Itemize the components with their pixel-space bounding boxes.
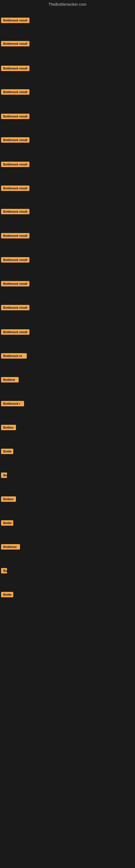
site-title: TheBottlenecker.com — [0, 0, 135, 8]
list-item: Bottleneck result — [1, 257, 30, 264]
bottleneck-badge[interactable]: Bottle — [1, 592, 13, 597]
list-item: Bottlene — [1, 377, 18, 383]
bottleneck-badge[interactable]: Bo — [1, 568, 7, 574]
list-item: Bottlenec — [1, 544, 20, 551]
list-item: Bottleneck result — [1, 305, 30, 311]
bottleneck-badge[interactable]: Bottleneck result — [1, 257, 30, 262]
bottleneck-badge[interactable]: Bo — [1, 472, 7, 478]
bottleneck-badge[interactable]: Bottlene — [1, 377, 18, 382]
bottleneck-badge[interactable]: Bottlen — [1, 425, 16, 430]
list-item: Bottleneck r — [1, 401, 24, 407]
list-item: Bottleneck re — [1, 353, 27, 360]
list-item: Bottleneck result — [1, 233, 30, 240]
list-item: Bottleneck result — [1, 137, 30, 144]
list-item: Bottle — [1, 448, 13, 455]
bottleneck-badge[interactable]: Bottleneck result — [1, 41, 30, 46]
list-item: Bottleneck result — [1, 18, 30, 24]
bottleneck-badge[interactable]: Bottleneck result — [1, 186, 30, 191]
bottleneck-badge[interactable]: Bottleneck result — [1, 162, 30, 167]
bottleneck-badge[interactable]: Bottlen — [1, 496, 16, 502]
list-item: Bottleneck result — [1, 329, 30, 336]
bottleneck-badge[interactable]: Bottleneck result — [1, 281, 30, 286]
bottleneck-badge[interactable]: Bottleneck result — [1, 305, 30, 310]
items-container: Bottleneck resultBottleneck resultBottle… — [0, 8, 135, 631]
list-item: Bo — [1, 472, 7, 479]
list-item: Bottleneck result — [1, 66, 30, 72]
list-item: Bottleneck result — [1, 281, 30, 287]
bottleneck-badge[interactable]: Bottle — [1, 520, 13, 526]
list-item: Bottleneck result — [1, 162, 30, 168]
bottleneck-badge[interactable]: Bottleneck result — [1, 114, 30, 119]
list-item: Bottle — [1, 592, 13, 598]
list-item: Bottlen — [1, 425, 16, 431]
bottleneck-badge[interactable]: Bottleneck result — [1, 233, 30, 239]
bottleneck-badge[interactable]: Bottleneck result — [1, 89, 30, 95]
bottleneck-badge[interactable]: Bottleneck re — [1, 353, 27, 359]
bottleneck-badge[interactable]: Bottle — [1, 448, 13, 454]
bottleneck-badge[interactable]: Bottleneck result — [1, 18, 30, 23]
list-item: Bottle — [1, 520, 13, 527]
list-item: Bottlen — [1, 496, 16, 503]
list-item: Bottleneck result — [1, 209, 30, 215]
list-item: Bo — [1, 568, 7, 575]
list-item: Bottleneck result — [1, 114, 30, 120]
list-item: Bottleneck result — [1, 41, 30, 48]
bottleneck-badge[interactable]: Bottleneck r — [1, 401, 24, 406]
bottleneck-badge[interactable]: Bottlenec — [1, 544, 20, 550]
bottleneck-badge[interactable]: Bottleneck result — [1, 209, 30, 214]
page-container: TheBottlenecker.com Bottleneck resultBot… — [0, 0, 135, 868]
bottleneck-badge[interactable]: Bottleneck result — [1, 329, 30, 335]
bottleneck-badge[interactable]: Bottleneck result — [1, 137, 30, 143]
list-item: Bottleneck result — [1, 89, 30, 96]
list-item: Bottleneck result — [1, 186, 30, 192]
bottleneck-badge[interactable]: Bottleneck result — [1, 66, 30, 71]
